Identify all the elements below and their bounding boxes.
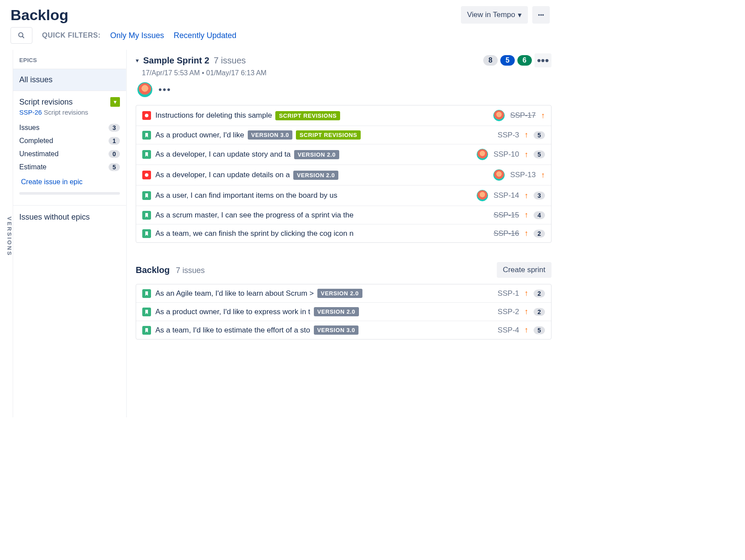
issue-key[interactable]: SSP-14 <box>493 191 519 200</box>
issue-key[interactable]: SSP-17 <box>510 111 536 120</box>
story-icon <box>142 191 151 200</box>
assignee-avatar[interactable] <box>477 149 488 160</box>
svg-line-1 <box>22 36 24 38</box>
issue-tag: VERSION 2.0 <box>314 307 359 316</box>
story-points: 2 <box>534 290 545 298</box>
filter-only-my-issues[interactable]: Only My Issues <box>110 31 164 40</box>
epic-stat-value: 0 <box>109 150 120 158</box>
story-icon <box>142 131 151 140</box>
backlog-issue-list: As an Agile team, I'd like to learn abou… <box>136 284 552 340</box>
create-sprint-button[interactable]: Create sprint <box>497 262 552 278</box>
story-points: 4 <box>534 211 545 219</box>
assignee-more-button[interactable]: ••• <box>158 84 171 95</box>
backlog-count: 7 issues <box>176 266 205 275</box>
issue-key[interactable]: SSP-13 <box>510 171 536 179</box>
sprint-issue-list: Instructions for deleting this sampleSCR… <box>136 105 552 243</box>
status-pill-done: 6 <box>517 55 532 66</box>
sprint-title: Sample Sprint 2 <box>143 56 209 66</box>
story-points: 2 <box>534 308 545 316</box>
issue-summary: As a scrum master, I can see the progres… <box>155 211 354 220</box>
sprint-collapse-icon[interactable]: ▾ <box>136 57 139 64</box>
epic-stat-label: Issues <box>19 124 39 132</box>
priority-icon: ↑ <box>524 326 528 335</box>
caret-down-icon: ▼ <box>113 99 118 105</box>
issue-tag: VERSION 2.0 <box>317 289 362 298</box>
search-button[interactable] <box>11 27 32 44</box>
more-actions-button[interactable]: ••• <box>532 6 550 24</box>
priority-icon: ↑ <box>524 289 528 298</box>
epic-dropdown-button[interactable]: ▼ <box>110 97 120 107</box>
issue-summary: As a team, we can finish the sprint by c… <box>155 229 354 238</box>
view-in-tempo-label: View in Tempo <box>467 10 515 19</box>
issue-row[interactable]: As a team, we can finish the sprint by c… <box>136 224 551 242</box>
backlog-title: Backlog <box>136 265 170 275</box>
issue-row[interactable]: As a team, I'd like to estimate the effo… <box>136 321 551 339</box>
issue-row[interactable]: As a user, I can find important items on… <box>136 186 551 206</box>
epic-stat-row: Issues3 <box>19 121 120 134</box>
create-issue-in-epic-link[interactable]: Create issue in epic <box>19 174 120 190</box>
more-icon: ••• <box>538 12 544 18</box>
status-pill-inprogress: 5 <box>500 55 515 66</box>
assignee-avatar[interactable] <box>493 110 505 121</box>
issue-row[interactable]: As a product owner, I'd likeVERSION 3.0S… <box>136 126 551 144</box>
issue-row[interactable]: As a scrum master, I can see the progres… <box>136 206 551 224</box>
priority-icon: ↑ <box>541 111 545 120</box>
issue-key[interactable]: SSP-4 <box>498 326 519 335</box>
bug-icon <box>142 111 151 120</box>
epics-panel: EPICS All issues Script revisions ▼ SSP-… <box>13 50 127 417</box>
search-icon <box>18 32 25 39</box>
issue-row[interactable]: As a developer, I can update details on … <box>136 165 551 186</box>
view-in-tempo-button[interactable]: View in Tempo ▾ <box>461 6 528 24</box>
priority-icon: ↑ <box>524 307 528 316</box>
story-icon <box>142 150 151 159</box>
issue-row[interactable]: As an Agile team, I'd like to learn abou… <box>136 284 551 303</box>
quick-filters-label: QUICK FILTERS: <box>42 32 101 39</box>
issue-key[interactable]: SSP-2 <box>498 308 519 316</box>
story-icon <box>142 229 151 238</box>
more-icon: ••• <box>537 54 549 67</box>
issue-tag: VERSION 2.0 <box>293 171 338 180</box>
assignee-avatar[interactable] <box>493 169 505 181</box>
sprint-dates: 17/Apr/17 5:53 AM • 01/May/17 6:13 AM <box>142 69 552 77</box>
epics-header: EPICS <box>13 54 126 69</box>
assignee-avatar[interactable] <box>477 190 488 201</box>
issue-summary: As a developer, I can update details on … <box>155 171 290 179</box>
assignee-avatar[interactable] <box>137 82 152 97</box>
epics-all-issues[interactable]: All issues <box>13 69 126 91</box>
bug-icon <box>142 171 151 179</box>
epic-stat-row: Estimate5 <box>19 161 120 174</box>
issue-tag: SCRIPT REVISIONS <box>296 130 361 140</box>
issue-summary: As a team, I'd like to estimate the effo… <box>155 326 310 335</box>
issue-row[interactable]: Instructions for deleting this sampleSCR… <box>136 105 551 126</box>
issue-tag: SCRIPT REVISIONS <box>275 111 340 120</box>
story-points: 2 <box>534 230 545 238</box>
sprint-count: 7 issues <box>214 56 246 66</box>
epic-stat-row: Unestimated0 <box>19 147 120 161</box>
epics-without-epics[interactable]: Issues without epics <box>13 205 126 229</box>
status-pill-todo: 8 <box>483 55 498 66</box>
issue-key[interactable]: SSP-1 <box>498 289 519 298</box>
issue-key[interactable]: SSP-16 <box>493 229 519 238</box>
story-icon <box>142 289 151 298</box>
story-points: 5 <box>534 131 545 139</box>
svg-point-3 <box>145 173 148 177</box>
issue-summary: As a product owner, I'd like to express … <box>155 308 310 316</box>
filter-recently-updated[interactable]: Recently Updated <box>174 31 236 40</box>
epic-stat-value: 5 <box>109 163 120 171</box>
story-icon <box>142 211 151 220</box>
issue-key[interactable]: SSP-3 <box>498 131 519 140</box>
epic-key-link[interactable]: SSP-26 <box>19 108 42 116</box>
issue-row[interactable]: As a developer, I can update story and t… <box>136 144 551 165</box>
epic-item-selected[interactable]: Script revisions ▼ SSP-26 Script revisio… <box>13 91 126 205</box>
issue-summary: As an Agile team, I'd like to learn abou… <box>155 289 314 298</box>
page-title: Backlog <box>11 7 68 24</box>
epic-stat-value: 1 <box>109 137 120 145</box>
story-icon <box>142 326 151 335</box>
sprint-more-button[interactable]: ••• <box>534 53 552 67</box>
epic-stat-value: 3 <box>109 124 120 132</box>
issue-row[interactable]: As a product owner, I'd like to express … <box>136 303 551 321</box>
issue-key[interactable]: SSP-15 <box>493 211 519 220</box>
versions-tab[interactable]: VERSIONS <box>0 50 13 417</box>
issue-key[interactable]: SSP-10 <box>493 150 519 159</box>
story-icon <box>142 308 151 316</box>
